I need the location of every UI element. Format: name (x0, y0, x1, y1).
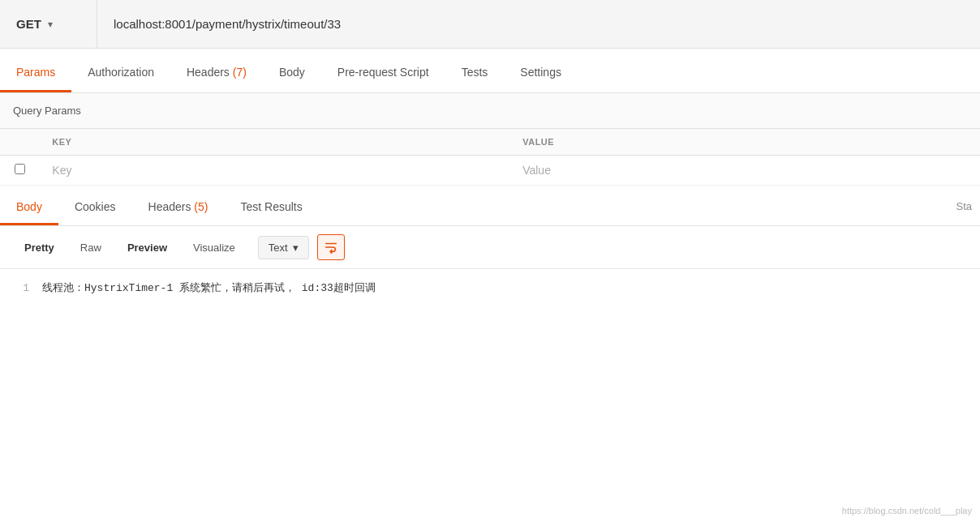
response-tab-cookies[interactable]: Cookies (58, 190, 132, 225)
value-header: VALUE (509, 129, 980, 156)
wrap-icon (324, 240, 338, 255)
watermark: https://blog.csdn.net/cold___play (842, 506, 972, 516)
code-line: 1 线程池：HystrixTimer-1 系统繁忙，请稍后再试， id:33超时… (13, 280, 967, 295)
tab-body[interactable]: Body (263, 54, 321, 92)
raw-button[interactable]: Raw (69, 237, 113, 259)
value-placeholder: Value (522, 164, 551, 177)
text-dropdown[interactable]: Text ▾ (258, 236, 309, 259)
wrap-button[interactable] (317, 234, 345, 260)
method-selector[interactable]: GET ▾ (0, 0, 97, 48)
request-tabs-row: Params Authorization Headers (7) Body Pr… (0, 49, 980, 93)
url-input[interactable] (97, 0, 980, 48)
code-area: 1 线程池：HystrixTimer-1 系统繁忙，请稍后再试， id:33超时… (0, 269, 980, 306)
headers-badge: (7) (233, 66, 247, 79)
tab-params[interactable]: Params (0, 54, 71, 92)
chevron-down-icon: ▾ (48, 19, 53, 30)
tab-tests[interactable]: Tests (445, 54, 505, 92)
row-checkbox[interactable] (15, 164, 25, 174)
table-row: Key Value (0, 156, 980, 186)
checkbox-col-header (0, 129, 39, 156)
response-tabs-row: Body Cookies Headers (5) Test Results St… (0, 186, 980, 226)
response-tab-body[interactable]: Body (0, 190, 58, 225)
method-label: GET (16, 17, 41, 31)
code-content: 线程池：HystrixTimer-1 系统繁忙，请稍后再试， id:33超时回调 (42, 280, 376, 295)
tab-pre-request-script[interactable]: Pre-request Script (321, 54, 445, 92)
key-placeholder: Key (52, 164, 71, 177)
response-tab-headers[interactable]: Headers (5) (132, 190, 225, 225)
key-header: KEY (39, 129, 509, 156)
preview-button[interactable]: Preview (116, 237, 178, 259)
response-headers-badge: (5) (194, 200, 208, 213)
tab-settings[interactable]: Settings (504, 54, 578, 92)
url-bar: GET ▾ (0, 0, 980, 49)
pretty-button[interactable]: Pretty (13, 237, 66, 259)
tab-authorization[interactable]: Authorization (71, 54, 170, 92)
response-tab-test-results[interactable]: Test Results (224, 190, 318, 225)
params-table: KEY VALUE Key Value (0, 129, 980, 186)
text-chevron-icon: ▾ (293, 242, 299, 254)
line-number: 1 (13, 282, 29, 294)
text-dropdown-label: Text (269, 242, 288, 254)
row-checkbox-cell (0, 156, 39, 186)
sta-label: Sta (956, 199, 972, 212)
tab-headers[interactable]: Headers (7) (170, 54, 263, 92)
format-toolbar: Pretty Raw Preview Visualize Text ▾ (0, 226, 980, 269)
visualize-button[interactable]: Visualize (182, 237, 247, 259)
query-params-label: Query Params (0, 93, 980, 129)
